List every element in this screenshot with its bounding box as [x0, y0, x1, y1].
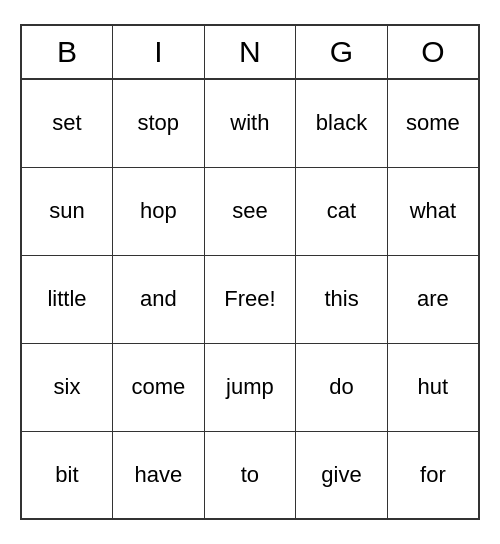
bingo-cell-r2-c4: are: [387, 255, 479, 343]
bingo-cell-r0-c1: stop: [112, 79, 204, 167]
bingo-cell-r2-c3: this: [296, 255, 388, 343]
bingo-cell-r3-c0: six: [21, 343, 112, 431]
header-col-b: B: [21, 25, 112, 79]
bingo-cell-r1-c1: hop: [112, 167, 204, 255]
bingo-cell-r1-c2: see: [204, 167, 296, 255]
bingo-cell-r4-c2: to: [204, 431, 296, 519]
bingo-row-2: littleandFree!thisare: [21, 255, 479, 343]
bingo-cell-r2-c0: little: [21, 255, 112, 343]
header-col-o: O: [387, 25, 479, 79]
bingo-cell-r1-c3: cat: [296, 167, 388, 255]
bingo-cell-r4-c3: give: [296, 431, 388, 519]
bingo-header-row: BINGO: [21, 25, 479, 79]
bingo-cell-r4-c0: bit: [21, 431, 112, 519]
header-col-i: I: [112, 25, 204, 79]
bingo-row-1: sunhopseecatwhat: [21, 167, 479, 255]
bingo-body: setstopwithblacksomesunhopseecatwhatlitt…: [21, 79, 479, 519]
bingo-card: BINGO setstopwithblacksomesunhopseecatwh…: [20, 24, 480, 520]
bingo-row-3: sixcomejumpdohut: [21, 343, 479, 431]
bingo-cell-r3-c1: come: [112, 343, 204, 431]
bingo-cell-r2-c2: Free!: [204, 255, 296, 343]
bingo-cell-r3-c4: hut: [387, 343, 479, 431]
bingo-row-4: bithavetogivefor: [21, 431, 479, 519]
header-col-g: G: [296, 25, 388, 79]
bingo-cell-r4-c1: have: [112, 431, 204, 519]
header-col-n: N: [204, 25, 296, 79]
bingo-cell-r0-c4: some: [387, 79, 479, 167]
bingo-row-0: setstopwithblacksome: [21, 79, 479, 167]
bingo-cell-r3-c3: do: [296, 343, 388, 431]
bingo-cell-r0-c3: black: [296, 79, 388, 167]
bingo-cell-r3-c2: jump: [204, 343, 296, 431]
bingo-cell-r1-c0: sun: [21, 167, 112, 255]
bingo-cell-r2-c1: and: [112, 255, 204, 343]
bingo-cell-r0-c0: set: [21, 79, 112, 167]
bingo-cell-r1-c4: what: [387, 167, 479, 255]
bingo-cell-r0-c2: with: [204, 79, 296, 167]
bingo-cell-r4-c4: for: [387, 431, 479, 519]
